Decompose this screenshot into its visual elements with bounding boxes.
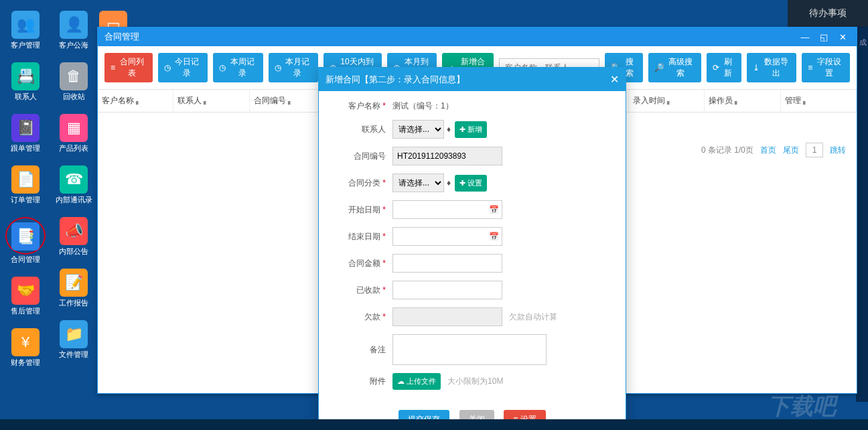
pager-jump[interactable]: 跳转	[830, 145, 846, 156]
contact-add-button[interactable]: ✚ 新增	[455, 121, 487, 138]
action-export-button[interactable]: ⤓数据导出	[747, 53, 796, 82]
pagination: 0 条记录 1/0页 首页 尾页 1 跳转	[701, 143, 846, 157]
new-contract-modal: 新增合同【第二步：录入合同信息】 ✕ 客户名称* 测试（编号：1） 联系人 请选…	[318, 67, 626, 430]
sort-icon[interactable]: ▖	[204, 98, 208, 104]
contractno-input	[392, 147, 502, 165]
column-header[interactable]: 管理 ▖	[781, 90, 857, 112]
titlebar: 合同管理 — ◱ ✕	[98, 27, 857, 46]
pager-last[interactable]: 尾页	[783, 145, 799, 156]
column-header[interactable]: 合同编号 ▖	[250, 90, 326, 112]
pager-first[interactable]: 首页	[760, 145, 776, 156]
desktop: 👥客户管理📇联系人📓跟单管理📄订单管理📑合同管理🤝售后管理¥财务管理 👤客户公海…	[0, 0, 97, 430]
close-button[interactable]: ✕	[835, 30, 850, 44]
advsearch-icon: 🔎	[654, 63, 664, 72]
sort-icon[interactable]: ▖	[288, 98, 293, 104]
sort-icon[interactable]: ▖	[735, 98, 739, 104]
amount-input[interactable]	[392, 254, 502, 273]
toolbar-list-button[interactable]: ≡合同列表	[104, 53, 153, 82]
desktop-icon-order-manage[interactable]: 📄订单管理	[5, 165, 46, 205]
calendar-icon[interactable]: 📅	[489, 205, 499, 214]
pager-page[interactable]: 1	[806, 143, 823, 157]
desktop-icon-aftersales[interactable]: 🤝售后管理	[5, 277, 46, 316]
sort-icon[interactable]: ▖	[667, 98, 672, 104]
desktop-icon-file-manage[interactable]: 📁文件管理	[54, 320, 94, 360]
modal-title: 新增合同【第二步：录入合同信息】	[326, 74, 465, 86]
pager-summary: 0 条记录 1/0页	[701, 145, 753, 156]
remark-label: 备注	[370, 345, 386, 354]
sort-icon[interactable]: ▖	[803, 98, 808, 104]
column-header[interactable]: 联系人 ▖	[173, 90, 249, 112]
upload-button[interactable]: ☁ 上传文件	[392, 373, 441, 390]
toolbar-week-button[interactable]: ◷本周记录	[213, 53, 263, 82]
minimize-button[interactable]: —	[798, 30, 812, 44]
list-icon: ≡	[111, 63, 115, 72]
attach-hint: 大小限制为10M	[447, 376, 503, 387]
owed-input	[392, 307, 502, 326]
watermark: 下载吧	[768, 391, 836, 422]
received-input[interactable]	[392, 281, 502, 299]
ribbon-edge: 成	[856, 27, 868, 402]
end-date-input[interactable]	[392, 227, 502, 246]
amount-label: 合同金额	[348, 259, 380, 268]
desktop-icon-finance[interactable]: ¥财务管理	[5, 328, 46, 368]
export-icon: ⤓	[753, 63, 760, 72]
week-icon: ◷	[219, 63, 226, 72]
contact-select[interactable]: 请选择...	[392, 120, 444, 139]
action-fields-button[interactable]: ≡字段设置	[802, 53, 850, 82]
contractno-label: 合同编号	[354, 151, 386, 161]
fields-icon: ≡	[808, 63, 812, 72]
refresh-icon: ⟳	[713, 63, 719, 72]
toolbar-today-button[interactable]: ◷今日记录	[158, 53, 208, 82]
customer-value: 测试（编号：1）	[392, 100, 453, 112]
desktop-icon-recycle[interactable]: 🗑回收站	[54, 62, 94, 102]
start-date-input[interactable]	[392, 200, 502, 219]
modal-close-icon[interactable]: ✕	[610, 73, 619, 86]
window-title: 合同管理	[104, 31, 139, 43]
end-label: 结束日期	[348, 232, 380, 241]
action-advsearch-button[interactable]: 🔎高级搜索	[648, 53, 701, 82]
column-header[interactable]: 客户名称 ▖	[98, 90, 173, 112]
owed-label: 欠款	[364, 312, 380, 321]
column-header[interactable]: 操作员 ▖	[705, 90, 780, 112]
category-config-button[interactable]: ✚ 设置	[455, 175, 487, 192]
todo-panel-tab[interactable]: 待办事项	[788, 0, 868, 27]
desktop-icon-directory[interactable]: ☎内部通讯录	[54, 165, 94, 205]
start-label: 开始日期	[348, 205, 380, 214]
owed-hint: 欠款自动计算	[509, 311, 557, 323]
modal-header: 新增合同【第二步：录入合同信息】 ✕	[319, 68, 626, 91]
month-icon: ◷	[275, 63, 281, 72]
remark-textarea[interactable]	[392, 334, 547, 365]
desktop-icon-product-list[interactable]: ▦产品列表	[54, 114, 94, 153]
desktop-icon-customer-manage[interactable]: 👥客户管理	[5, 11, 46, 50]
column-header[interactable]: 录入时间 ▖	[629, 90, 705, 112]
maximize-button[interactable]: ◱	[816, 30, 831, 44]
action-refresh-button[interactable]: ⟳刷新	[707, 53, 741, 82]
today-icon: ◷	[164, 63, 171, 72]
category-label: 合同分类	[348, 178, 380, 188]
customer-label: 客户名称	[348, 101, 380, 111]
desktop-icon-customer-pool[interactable]: 👤客户公海	[54, 11, 94, 50]
desktop-icon-contacts[interactable]: 📇联系人	[5, 62, 46, 102]
category-select[interactable]: 请选择...	[392, 173, 444, 192]
sort-icon[interactable]: ▖	[136, 98, 141, 104]
attach-label: 附件	[370, 376, 386, 386]
calendar-icon[interactable]: 📅	[489, 232, 499, 241]
taskbar	[0, 419, 868, 430]
desktop-icon-lead-manage[interactable]: 📓跟单管理	[5, 114, 46, 153]
contact-label: 联系人	[362, 125, 386, 134]
received-label: 已收款	[356, 285, 380, 295]
desktop-icon-announce[interactable]: 📣内部公告	[54, 217, 94, 257]
desktop-icon-report[interactable]: 📝工作报告	[54, 269, 94, 308]
toolbar-month-button[interactable]: ◷本月记录	[269, 53, 318, 82]
desktop-icon-contract-manage[interactable]: 📑合同管理	[5, 217, 46, 265]
